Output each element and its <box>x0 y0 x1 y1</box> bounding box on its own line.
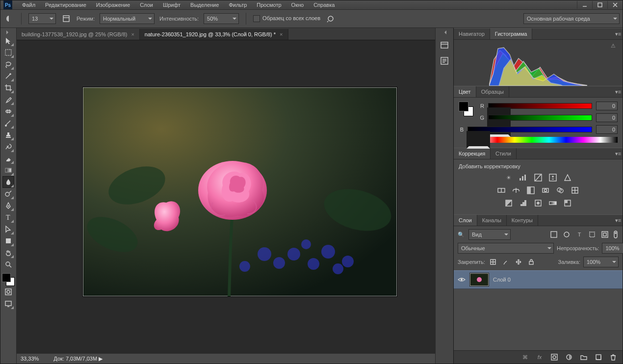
menu-type[interactable]: Шрифт <box>158 1 185 9</box>
blend-mode-select[interactable]: Нормальный <box>100 13 155 24</box>
wand-tool-icon[interactable] <box>2 70 14 82</box>
visibility-toggle-icon[interactable] <box>458 276 466 284</box>
layer-row[interactable]: Слой 0 <box>454 270 623 289</box>
zoom-tool-icon[interactable] <box>2 259 14 270</box>
menu-image[interactable]: Изображение <box>91 1 135 9</box>
brightness-icon[interactable]: ☀ <box>504 173 514 182</box>
filter-type-icon[interactable]: T <box>574 230 584 239</box>
threshold-icon[interactable] <box>533 199 543 208</box>
tab-paths[interactable]: Контуры <box>507 215 538 226</box>
brush-tool-icon[interactable] <box>2 117 14 129</box>
screenmode-icon[interactable] <box>2 298 14 310</box>
tools-grip[interactable] <box>0 30 16 35</box>
close-icon[interactable]: × <box>131 31 134 37</box>
filter-shape-icon[interactable] <box>587 230 597 239</box>
close-icon[interactable]: × <box>280 31 283 37</box>
lock-paint-icon[interactable] <box>501 258 511 266</box>
eyedropper-tool-icon[interactable] <box>2 94 14 105</box>
filter-smart-icon[interactable] <box>600 230 610 239</box>
pen-tool-icon[interactable] <box>2 200 14 211</box>
layer-thumbnail[interactable] <box>469 273 489 286</box>
filter-pixel-icon[interactable] <box>549 230 559 239</box>
tab-color[interactable]: Цвет <box>454 86 476 97</box>
photofilter-icon[interactable] <box>541 186 550 195</box>
tab-swatches[interactable]: Образцы <box>476 86 509 97</box>
shape-tool-icon[interactable] <box>2 235 14 247</box>
warning-icon[interactable]: ⚠ <box>611 43 616 49</box>
sample-all-layers-checkbox[interactable]: Образец со всех слоев <box>253 15 320 22</box>
menu-edit[interactable]: Редактирование <box>40 1 91 9</box>
invert-icon[interactable] <box>504 199 514 208</box>
layer-mask-icon[interactable] <box>550 353 559 362</box>
new-group-icon[interactable] <box>579 353 588 362</box>
channelmixer-icon[interactable] <box>555 186 565 195</box>
tab-channels[interactable]: Каналы <box>477 215 507 226</box>
layer-filter-type[interactable]: Вид <box>468 229 511 240</box>
panel-menu-icon[interactable]: ▾≡ <box>614 217 623 224</box>
tab-navigator[interactable]: Навигатор <box>454 28 490 39</box>
document-tab[interactable]: building-1377538_1920.jpg @ 25% (RGB/8)× <box>17 29 140 40</box>
blend-mode-select[interactable]: Обычные <box>458 243 554 254</box>
new-adjustment-icon[interactable] <box>565 353 573 362</box>
menu-select[interactable]: Выделение <box>185 1 224 9</box>
dock-grip[interactable] <box>436 30 453 35</box>
move-tool-icon[interactable] <box>2 35 14 47</box>
tab-histogram[interactable]: Гистограмма <box>490 28 533 39</box>
history-brush-tool-icon[interactable] <box>2 141 14 153</box>
levels-icon[interactable] <box>519 173 528 182</box>
lock-all-icon[interactable] <box>526 258 536 266</box>
hue-icon[interactable] <box>496 186 506 195</box>
pressure-icon[interactable] <box>325 13 336 24</box>
bw-icon[interactable] <box>526 186 536 195</box>
panel-menu-icon[interactable]: ▾≡ <box>614 89 623 95</box>
balance-icon[interactable] <box>511 186 521 195</box>
lock-position-icon[interactable] <box>514 258 523 266</box>
menu-layer[interactable]: Слои <box>135 1 158 9</box>
color-ramp[interactable] <box>480 137 618 143</box>
tab-styles[interactable]: Стили <box>491 148 517 159</box>
marquee-tool-icon[interactable] <box>2 47 14 58</box>
brush-picker[interactable]: 13 <box>28 13 56 24</box>
intensity-input[interactable]: 50% <box>204 13 239 24</box>
fg-bg-swatches[interactable] <box>459 102 473 116</box>
healing-tool-icon[interactable] <box>2 105 14 117</box>
layer-fx-icon[interactable]: fx <box>535 353 544 362</box>
hand-tool-icon[interactable] <box>2 247 14 259</box>
filter-toggle[interactable] <box>613 230 619 239</box>
menu-filter[interactable]: Фильтр <box>224 1 252 9</box>
opacity-input[interactable]: 100% <box>602 243 623 254</box>
properties-panel-icon[interactable] <box>439 55 450 66</box>
panel-menu-icon[interactable]: ▾≡ <box>614 31 623 37</box>
panel-menu-icon[interactable]: ▾≡ <box>614 151 623 157</box>
type-tool-icon[interactable]: T <box>2 211 14 223</box>
quickmask-icon[interactable] <box>2 286 14 298</box>
gradient-tool-icon[interactable] <box>2 164 14 176</box>
menu-view[interactable]: Просмотр <box>252 1 286 9</box>
zoom-level[interactable]: 33,33% <box>21 356 39 362</box>
eraser-tool-icon[interactable] <box>2 153 14 164</box>
value-g[interactable]: 0 <box>596 113 618 122</box>
curves-icon[interactable] <box>533 173 543 182</box>
link-layers-icon[interactable]: ⌘ <box>520 353 529 362</box>
slider-g[interactable] <box>488 115 592 121</box>
lasso-tool-icon[interactable] <box>2 58 14 70</box>
window-maximize-button[interactable] <box>592 1 607 9</box>
menu-window[interactable]: Окно <box>286 1 309 9</box>
color-swatches[interactable] <box>2 273 15 286</box>
path-select-tool-icon[interactable] <box>2 223 14 235</box>
layer-name[interactable]: Слой 0 <box>493 277 511 283</box>
posterize-icon[interactable] <box>519 199 528 208</box>
menu-file[interactable]: Файл <box>17 1 40 9</box>
filter-adjust-icon[interactable] <box>562 230 571 239</box>
menu-help[interactable]: Справка <box>309 1 339 9</box>
crop-tool-icon[interactable] <box>2 82 14 94</box>
slider-r[interactable] <box>488 103 592 109</box>
window-close-button[interactable] <box>607 1 623 9</box>
canvas-area[interactable] <box>17 40 435 353</box>
brush-panel-toggle-icon[interactable] <box>61 13 72 24</box>
slider-b[interactable] <box>467 127 592 132</box>
exposure-icon[interactable] <box>548 173 558 182</box>
tab-layers[interactable]: Слои <box>454 215 477 226</box>
gradientmap-icon[interactable] <box>548 199 558 208</box>
doc-info[interactable]: Док: 7,03M/7,03M ▶ <box>53 356 103 362</box>
